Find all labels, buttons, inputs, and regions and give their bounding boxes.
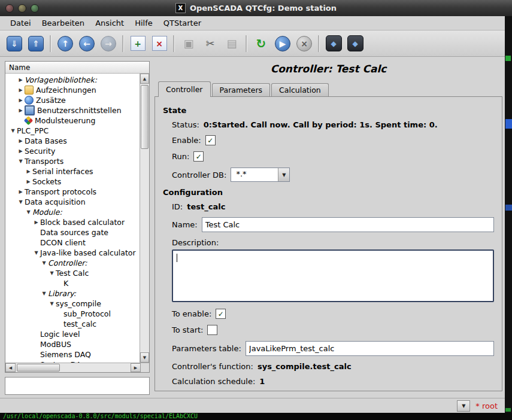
menu-item-ansicht[interactable]: Ansicht bbox=[90, 17, 129, 29]
controller-db-select[interactable]: *.* ▼ bbox=[231, 168, 290, 182]
tree-item[interactable]: ▼Transports bbox=[5, 156, 140, 166]
expand-icon[interactable]: ▶ bbox=[17, 148, 25, 154]
scroll-left-icon[interactable]: ◀ bbox=[5, 363, 16, 372]
to-start-checkbox[interactable]: ✓ bbox=[207, 325, 217, 335]
collapse-icon[interactable]: ▼ bbox=[40, 291, 48, 296]
toolbar-qtstarter-config-button[interactable]: ◆ bbox=[323, 33, 344, 54]
expand-icon[interactable]: ▶ bbox=[25, 169, 32, 174]
tree-item[interactable]: Data sources gate bbox=[5, 227, 140, 238]
collapse-icon[interactable]: ▼ bbox=[40, 260, 48, 266]
delete-item-icon: × bbox=[152, 36, 167, 51]
minimize-button[interactable] bbox=[18, 4, 26, 13]
parameters-table-input[interactable] bbox=[246, 341, 494, 356]
tree-item[interactable]: ▼Data acquisition bbox=[5, 197, 140, 207]
expand-icon[interactable]: ▶ bbox=[17, 189, 25, 194]
tree-item[interactable]: ModBUS bbox=[5, 339, 140, 349]
tree-item[interactable]: ▼Java-like based calculator bbox=[5, 248, 140, 258]
expand-icon[interactable]: ▶ bbox=[17, 108, 25, 113]
run-checkbox[interactable]: ✓ bbox=[193, 151, 204, 162]
tab-parameters[interactable]: Parameters bbox=[212, 83, 271, 96]
vertical-scroll-thumb[interactable] bbox=[141, 85, 149, 149]
tree-item[interactable]: ▶Vorlagenbibliothek: bbox=[5, 75, 140, 85]
toolbar-add-item-button[interactable]: + bbox=[127, 33, 149, 54]
tree-item[interactable]: ▶Security bbox=[5, 146, 140, 156]
toolbar-load-from-db-button[interactable]: ⇓ bbox=[4, 33, 25, 54]
expand-icon[interactable]: ▶ bbox=[17, 77, 25, 83]
tree-horizontal-scrollbar[interactable]: ◀ ▶ bbox=[5, 363, 149, 372]
toolbar-up-level-button[interactable]: ↑ bbox=[54, 33, 76, 54]
tab-controller[interactable]: Controller bbox=[158, 81, 211, 96]
zoom-button[interactable] bbox=[31, 4, 39, 13]
status-label: Status: bbox=[172, 120, 199, 129]
tree-item[interactable]: test_calc bbox=[5, 319, 140, 329]
toolbar-start-button[interactable]: ▶ bbox=[272, 33, 293, 54]
expand-icon[interactable]: ▶ bbox=[17, 87, 25, 93]
toolbar-stop-button[interactable]: × bbox=[293, 33, 315, 54]
tree-filter-input[interactable] bbox=[5, 377, 150, 395]
horizontal-scroll-track[interactable] bbox=[16, 363, 131, 372]
collapse-icon[interactable]: ▼ bbox=[48, 270, 56, 276]
tree-item[interactable]: DCON client bbox=[5, 238, 140, 248]
scroll-up-icon[interactable]: ▲ bbox=[140, 74, 149, 84]
toolbar-back-button[interactable]: ← bbox=[76, 33, 98, 54]
tree-item[interactable]: ▶Aufzeichnungen bbox=[5, 85, 140, 95]
name-input[interactable] bbox=[202, 217, 494, 232]
menu-item-datei[interactable]: Datei bbox=[5, 17, 37, 29]
collapse-icon[interactable]: ▼ bbox=[9, 128, 17, 133]
modules-icon bbox=[24, 116, 34, 126]
tree-item[interactable]: ▶Benutzerschnittstellen bbox=[5, 105, 140, 115]
horizontal-scroll-thumb[interactable] bbox=[17, 364, 60, 372]
content-panel: Controller: Test Calc ControllerParamete… bbox=[154, 61, 502, 395]
user-select[interactable]: ▼ bbox=[457, 400, 470, 412]
tree-item[interactable]: ▼PLC_PPC bbox=[5, 126, 140, 136]
tree-vertical-scrollbar[interactable]: ▲ ▼ bbox=[140, 74, 149, 363]
tree-item[interactable]: ▼sys_compile bbox=[5, 299, 140, 309]
toolbar-forward-button[interactable]: → bbox=[98, 33, 119, 54]
tree-item[interactable]: ▼Library: bbox=[5, 288, 140, 299]
expand-icon[interactable]: ▶ bbox=[25, 179, 32, 184]
toolbar-paste-button[interactable]: ▤ bbox=[221, 33, 243, 54]
to-enable-checkbox[interactable]: ✓ bbox=[216, 309, 226, 319]
tab-calculation[interactable]: Calculation bbox=[271, 83, 329, 96]
tree-item[interactable]: ▶Sockets bbox=[5, 176, 140, 187]
menu-item-qtstarter[interactable]: QTStarter bbox=[158, 17, 207, 29]
toolbar-delete-item-button[interactable]: × bbox=[149, 33, 170, 54]
expand-icon[interactable]: ▶ bbox=[32, 220, 40, 225]
close-button[interactable] bbox=[5, 4, 14, 13]
tree-item[interactable]: ▼Test Calc bbox=[5, 268, 140, 278]
chevron-down-icon[interactable]: ▼ bbox=[278, 168, 289, 181]
vertical-scroll-track[interactable] bbox=[140, 84, 149, 352]
toolbar-cut-button[interactable]: ✂ bbox=[199, 33, 221, 54]
enable-checkbox[interactable]: ✓ bbox=[205, 135, 216, 145]
expand-icon[interactable]: ▶ bbox=[17, 98, 25, 103]
toolbar-copy-button[interactable]: ▣ bbox=[178, 33, 199, 54]
collapse-icon[interactable]: ▼ bbox=[17, 199, 25, 205]
tree-item[interactable]: Siemens DAQ bbox=[5, 349, 140, 360]
toolbar-qtstarter-run-button[interactable]: ◆ bbox=[344, 33, 366, 54]
collapse-icon[interactable]: ▼ bbox=[25, 209, 32, 215]
collapse-icon[interactable]: ▼ bbox=[48, 301, 56, 306]
toolbar-refresh-button[interactable]: ↻ bbox=[250, 33, 272, 54]
scroll-down-icon[interactable]: ▼ bbox=[140, 352, 149, 363]
collapse-icon[interactable]: ▼ bbox=[32, 250, 40, 255]
copy-icon: ▣ bbox=[181, 36, 196, 51]
toolbar-save-to-db-button[interactable]: ⇑ bbox=[25, 33, 47, 54]
tree-item[interactable]: Modulsteuerung bbox=[5, 115, 140, 126]
tree-item[interactable]: ▶Serial interfaces bbox=[5, 166, 140, 176]
description-textarea[interactable] bbox=[173, 251, 493, 301]
tree-item[interactable]: ▼Module: bbox=[5, 207, 140, 217]
tree-item[interactable]: K bbox=[5, 278, 140, 288]
tree-item[interactable]: ▼Controller: bbox=[5, 258, 140, 268]
tree-item[interactable]: ▶Data Bases bbox=[5, 136, 140, 146]
tree-item[interactable]: ▶Block based calculator bbox=[5, 217, 140, 227]
menu-item-hilfe[interactable]: Hilfe bbox=[129, 17, 158, 29]
menu-item-bearbeiten[interactable]: Bearbeiten bbox=[37, 17, 90, 29]
collapse-icon[interactable]: ▼ bbox=[17, 159, 25, 164]
tab-bar: ControllerParametersCalculation bbox=[154, 81, 502, 96]
scroll-right-icon[interactable]: ▶ bbox=[131, 363, 141, 372]
tree-item[interactable]: Logic level bbox=[5, 329, 140, 339]
tree-item[interactable]: sub_Protocol bbox=[5, 309, 140, 319]
tree-item[interactable]: ▶Transport protocols bbox=[5, 187, 140, 197]
expand-icon[interactable]: ▶ bbox=[17, 138, 25, 144]
tree-item[interactable]: ▶Zusätze bbox=[5, 95, 140, 105]
